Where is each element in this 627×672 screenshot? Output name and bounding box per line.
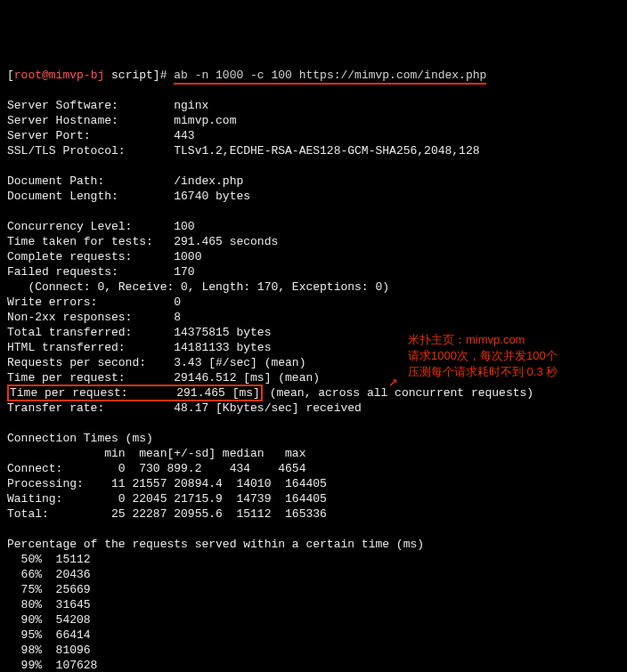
conn-row-connect: Connect: 0 730 899.2 434 4654 (7, 462, 305, 475)
annotation-line1: 米扑主页：mimvp.com (408, 333, 525, 346)
server-hostname: mimvp.com (174, 114, 236, 127)
ssl-value: TLSv1.2,ECDHE-RSA-AES128-GCM-SHA256,2048… (174, 144, 479, 158)
time-label: Time taken for tests: (7, 235, 174, 248)
doc-len-label: Document Length: (7, 190, 174, 203)
server-software: nginx (174, 99, 208, 112)
total-value: 14375815 bytes (174, 326, 271, 339)
failed-label: Failed requests: (7, 265, 174, 279)
conn-title: Connection Times (ms) (7, 432, 153, 445)
rps-value: 3.43 [#/sec] (mean) (174, 356, 305, 369)
server-hostname-label: Server Hostname: (7, 114, 174, 127)
non2xx-label: Non-2xx responses: (7, 311, 174, 324)
prompt-user-host: root@mimvp-bj (14, 69, 104, 82)
server-port: 443 (174, 129, 194, 142)
rate-label: Transfer rate: (7, 401, 174, 415)
conn-row-processing: Processing: 11 21557 20894.4 14010 16440… (7, 477, 327, 490)
server-software-label: Server Software: (7, 99, 174, 112)
command-text: ab -n 1000 -c 100 https://mimvp.com/inde… (174, 69, 486, 85)
annotation-note: 米扑主页：mimvp.com请求1000次，每次并发100个压测每个请求耗时不到… (408, 332, 622, 380)
ssl-label: SSL/TLS Protocol: (7, 144, 174, 158)
prompt-bracket-close: ]# (153, 69, 174, 82)
terminal-output: [root@mimvp-bj script]# ab -n 1000 -c 10… (7, 53, 620, 672)
rate-value: 48.17 [Kbytes/sec] received (174, 401, 362, 415)
arrow-icon: ↗ (388, 375, 398, 390)
failed-value: 170 (174, 265, 194, 279)
conn-row-total: Total: 25 22287 20955.6 15112 165336 (7, 507, 327, 521)
conc-value: 100 (174, 220, 194, 233)
tpr1-label: Time per request: (7, 371, 174, 385)
tpr2-suffix: (mean, across all concurrent requests) (263, 386, 533, 400)
pct-row-90: 90% 54208 (7, 613, 91, 627)
time-value: 291.465 seconds (174, 235, 278, 248)
pct-row-98: 98% 81096 (7, 644, 91, 657)
pct-title: Percentage of the requests served within… (7, 538, 424, 551)
conc-label: Concurrency Level: (7, 220, 174, 233)
non2xx-value: 8 (174, 311, 181, 324)
html-value: 14181133 bytes (174, 341, 271, 354)
prompt-path: script (104, 69, 153, 82)
server-port-label: Server Port: (7, 129, 174, 142)
tpr1-value: 29146.512 [ms] (mean) (174, 371, 320, 385)
prompt-bracket: [ (7, 69, 14, 82)
pct-row-80: 80% 31645 (7, 598, 91, 611)
failed-detail: (Connect: 0, Receive: 0, Length: 170, Ex… (7, 280, 389, 294)
pct-row-99: 99% 107628 (7, 659, 97, 672)
pct-row-95: 95% 66414 (7, 628, 91, 642)
complete-value: 1000 (174, 250, 201, 263)
doc-path: /index.php (174, 174, 243, 188)
html-label: HTML transferred: (7, 341, 174, 354)
total-label: Total transferred: (7, 326, 174, 339)
annotation-line3: 压测每个请求耗时不到 0.3 秒 (408, 365, 558, 378)
pct-row-66: 66% 20436 (7, 568, 91, 581)
conn-row-waiting: Waiting: 0 22045 21715.9 14739 164405 (7, 492, 327, 506)
pct-row-50: 50% 15112 (7, 553, 91, 566)
write-label: Write errors: (7, 296, 174, 309)
pct-row-75: 75% 25669 (7, 583, 91, 596)
conn-header: min mean[+/-sd] median max (7, 447, 305, 460)
doc-len: 16740 bytes (174, 190, 250, 203)
annotation-line2: 请求1000次，每次并发100个 (408, 349, 558, 362)
tpr2-label: Time per request: (10, 386, 176, 400)
rps-label: Requests per second: (7, 356, 174, 369)
tpr2-value: 291.465 [ms] (176, 386, 260, 400)
complete-label: Complete requests: (7, 250, 174, 263)
doc-path-label: Document Path: (7, 174, 174, 188)
write-value: 0 (174, 296, 181, 309)
tpr2-row-highlight: Time per request: 291.465 [ms] (7, 385, 263, 401)
